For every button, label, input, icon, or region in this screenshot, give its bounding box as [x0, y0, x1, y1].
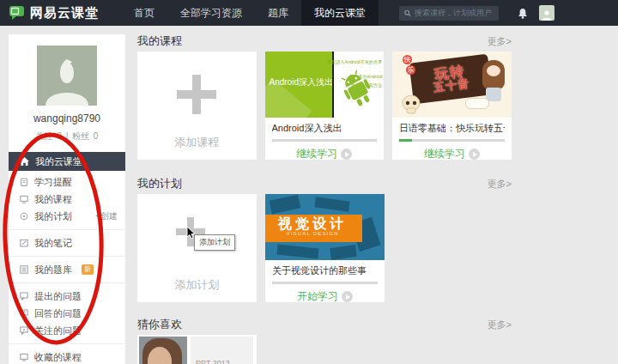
courses-more-link[interactable]: 更多>: [488, 35, 512, 48]
stats-separator: |: [66, 131, 69, 141]
speech-bubble-illustration: [465, 98, 489, 109]
sidebar-item-asked-questions[interactable]: 提出的问题: [9, 288, 125, 305]
nav-item-all-resources[interactable]: 全部学习资源: [167, 0, 255, 26]
following-label[interactable]: 关注: [36, 131, 53, 141]
sidebar-item-study-reminder[interactable]: 学习提醒: [9, 173, 125, 191]
android-course-thumbnail: Android深入浅出 带您进入Android开发的世界 带您体会Android…: [265, 52, 385, 118]
play-icon: [341, 149, 352, 160]
menu-divider: [9, 282, 125, 283]
progress-bar: [399, 139, 505, 142]
skull-illustration: [401, 95, 421, 114]
nav-item-my-classroom[interactable]: 我的云课堂: [301, 0, 379, 26]
visual-design-heading: 视觉设计: [278, 216, 347, 231]
add-plan-card[interactable]: 添加计划 添加计划: [137, 194, 257, 302]
logo-bubble-icon: [9, 5, 25, 21]
start-learning-button[interactable]: 开始学习: [272, 289, 378, 304]
notifications-button[interactable]: [518, 8, 528, 19]
search-box[interactable]: [399, 6, 499, 21]
sidebar-item-my-question-bank[interactable]: 我的题库 新: [9, 261, 125, 278]
visual-design-banner: 视觉设计 VISUAL DESIGN: [265, 215, 362, 242]
fans-label[interactable]: 粉丝: [72, 131, 89, 141]
fans-count: 0: [94, 131, 99, 141]
android-thumb-tagline: 带您进入Android开发的世界: [326, 59, 382, 65]
menu-divider: [9, 229, 125, 230]
progress-bar: [272, 282, 378, 284]
collage-shape: [277, 245, 319, 259]
ppt-course-text-panel: PPT 2013 应该这样玩: [191, 337, 253, 364]
plans-section-title: 我的计划: [137, 176, 182, 191]
plan-icon: [20, 212, 28, 221]
collage-shape: [270, 195, 301, 215]
asked-question-icon: [20, 292, 28, 300]
continue-learning-label: 继续学习: [296, 147, 337, 161]
sidebar-item-label: 回答的问题: [34, 307, 82, 320]
menu-divider: [9, 343, 125, 344]
recommend-section-header: 猜你喜欢 更多>: [137, 318, 512, 331]
course-card-japanese[interactable]: 玩转 五十音 快 乐 日语零基础：快乐玩转五十音: [392, 52, 512, 160]
continue-learning-button[interactable]: 继续学习: [272, 147, 378, 161]
courses-card-row: 添加课程 Android深入浅出 带您进入Android开发的世界 带您体会An…: [137, 52, 512, 160]
username: wangqing8790: [9, 112, 125, 124]
home-icon: [20, 157, 29, 166]
nav-item-home[interactable]: 首页: [121, 0, 167, 26]
play-icon: [469, 149, 480, 160]
mouse-cursor-icon: [186, 227, 196, 240]
plan-card-body: 关于视觉设计的那些事 开始学习: [265, 260, 385, 304]
menu-divider: [9, 256, 125, 257]
courses-section-title: 我的课程: [137, 33, 182, 49]
sidebar-item-label: 提出的问题: [34, 290, 82, 303]
plan-title[interactable]: 关于视觉设计的那些事: [272, 264, 378, 277]
recommend-card-ppt[interactable]: PPT 2013 应该这样玩: [137, 335, 257, 364]
sidebar-item-my-classroom[interactable]: 我的云课堂: [9, 152, 125, 171]
japanese-thumb-badge: 快: [403, 55, 412, 64]
search-input[interactable]: [415, 9, 494, 17]
plan-card-visual-design[interactable]: 视觉设计 VISUAL DESIGN 关于视觉设计的那些事 开始学习: [265, 194, 385, 302]
avatar-silhouette-icon: [40, 52, 94, 106]
sidebar-item-followed-questions[interactable]: 关注的问题: [9, 322, 125, 339]
add-course-label: 添加课程: [137, 135, 257, 150]
continue-learning-label: 继续学习: [424, 147, 465, 161]
nav-item-question-bank[interactable]: 题库: [255, 0, 301, 26]
sidebar-item-label: 我的笔记: [34, 237, 72, 250]
sidebar-item-my-plans[interactable]: 我的计划 +创建: [9, 208, 125, 225]
progress-bar: [272, 139, 378, 142]
sidebar-item-favorite-courses[interactable]: 收藏的课程: [9, 349, 125, 364]
site-logo[interactable]: 网易云课堂: [9, 5, 99, 21]
note-icon: [20, 239, 28, 247]
recommend-section-title: 猜你喜欢: [137, 317, 182, 332]
bell-icon: [518, 8, 528, 19]
sidebar-item-my-courses[interactable]: 我的课程: [9, 191, 125, 208]
sidebar-item-label: 我的课程: [34, 193, 72, 206]
recommend-more-link[interactable]: 更多>: [488, 318, 512, 331]
follow-stats: 关注 0 | 粉丝 0: [9, 130, 125, 143]
sidebar-item-label: 学习提醒: [34, 176, 72, 189]
following-count: 0: [57, 131, 62, 141]
create-plan-link[interactable]: +创建: [95, 210, 118, 222]
course-card-body: Android深入浅出 继续学习: [265, 118, 385, 161]
profile-avatar: [37, 46, 97, 106]
main-content: 我的课程 更多> 添加课程 Android深入浅出 带您进入Android开发的…: [137, 26, 512, 364]
japanese-course-thumbnail: 玩转 五十音 快 乐: [392, 52, 512, 118]
sidebar-item-answered-questions[interactable]: 回答的问题: [9, 305, 125, 322]
course-title[interactable]: Android深入浅出: [272, 122, 378, 135]
sidebar-item-label: 我的计划: [34, 210, 72, 223]
course-title[interactable]: 日语零基础：快乐玩转五十音: [399, 122, 505, 135]
add-course-card[interactable]: 添加课程: [137, 52, 257, 160]
course-card-android[interactable]: Android深入浅出 带您进入Android开发的世界 带您体会Android…: [265, 52, 385, 160]
plans-more-link[interactable]: 更多>: [488, 178, 512, 191]
reminder-icon: [20, 178, 28, 186]
android-thumb-heading: Android深入浅出: [270, 76, 337, 88]
plans-section-header: 我的计划 更多>: [137, 177, 512, 191]
start-learning-label: 开始学习: [297, 289, 338, 304]
user-avatar-button[interactable]: [539, 5, 554, 21]
visual-design-subheading: VISUAL DESIGN: [286, 231, 338, 237]
sidebar-item-label: 我的云课堂: [35, 155, 82, 168]
favorite-course-icon: [20, 353, 28, 361]
plans-card-row: 添加计划 添加计划 视觉设计 VISUAL DESIGN 关于视觉设计的那些事: [137, 194, 512, 302]
continue-learning-button[interactable]: 继续学习: [399, 147, 505, 161]
girl-face-illustration: [487, 65, 500, 76]
new-badge: 新: [82, 264, 94, 275]
course-card-body: 日语零基础：快乐玩转五十音 继续学习: [392, 118, 512, 161]
visual-design-thumbnail: 视觉设计 VISUAL DESIGN: [265, 194, 385, 260]
sidebar-item-my-notes[interactable]: 我的笔记: [9, 234, 125, 252]
